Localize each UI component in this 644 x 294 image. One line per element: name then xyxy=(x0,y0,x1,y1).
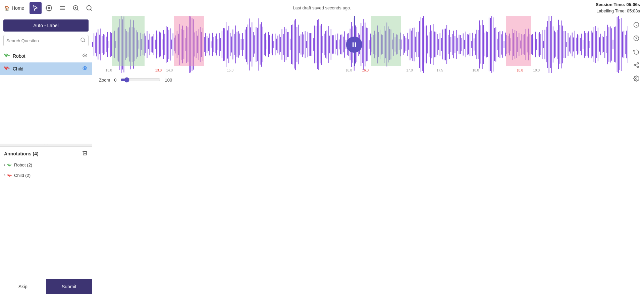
svg-rect-391 xyxy=(606,36,606,53)
chevron-icon-robot: › xyxy=(4,162,5,167)
svg-rect-56 xyxy=(150,34,150,55)
svg-rect-356 xyxy=(558,20,559,69)
annotation-group-robot-row[interactable]: › Robot (2) xyxy=(4,161,88,169)
svg-rect-166 xyxy=(299,36,300,53)
svg-rect-293 xyxy=(472,33,473,56)
svg-rect-194 xyxy=(337,34,338,55)
svg-rect-57 xyxy=(151,37,152,52)
svg-rect-282 xyxy=(458,38,458,51)
svg-rect-387 xyxy=(600,34,601,55)
top-bar: 🏠 Home Last draft saved seconds ago. Ses… xyxy=(0,0,644,16)
waveform-icon-robot xyxy=(4,53,10,59)
svg-rect-396 xyxy=(613,40,613,49)
svg-rect-155 xyxy=(284,27,285,62)
divider-handle[interactable] xyxy=(0,144,92,146)
svg-rect-358 xyxy=(561,20,561,68)
eye-icon-robot[interactable] xyxy=(82,53,88,59)
svg-rect-336 xyxy=(531,35,532,54)
svg-line-424 xyxy=(635,65,637,66)
label-item-robot[interactable]: Robot xyxy=(0,50,92,62)
zoom-in-btn[interactable] xyxy=(70,2,82,14)
submit-btn[interactable]: Submit xyxy=(46,279,92,294)
search-input[interactable] xyxy=(6,38,80,43)
help-btn[interactable] xyxy=(630,32,642,44)
sidebar: Auto - Label Robot xyxy=(0,16,92,294)
svg-rect-298 xyxy=(479,20,480,68)
tick-17-5: 17.5 xyxy=(437,68,443,72)
svg-rect-265 xyxy=(434,32,435,57)
svg-rect-414 xyxy=(353,42,354,47)
svg-rect-199 xyxy=(344,31,345,57)
svg-rect-400 xyxy=(618,16,619,73)
zoom-slider[interactable] xyxy=(120,77,161,83)
svg-rect-292 xyxy=(471,41,472,48)
svg-rect-53 xyxy=(145,36,146,53)
svg-rect-242 xyxy=(403,34,404,55)
svg-rect-310 xyxy=(495,27,496,61)
svg-rect-169 xyxy=(304,35,304,55)
svg-rect-264 xyxy=(433,24,433,65)
delete-annotations-btn[interactable] xyxy=(82,150,88,158)
svg-rect-195 xyxy=(339,40,339,50)
svg-rect-359 xyxy=(562,26,563,63)
svg-rect-107 xyxy=(219,33,220,56)
info-btn[interactable] xyxy=(630,19,642,31)
label-name-child: Child xyxy=(13,66,79,71)
svg-rect-161 xyxy=(292,24,293,64)
svg-rect-268 xyxy=(438,39,439,50)
history-btn[interactable] xyxy=(630,46,642,58)
svg-rect-18 xyxy=(98,30,98,60)
svg-rect-190 xyxy=(332,35,333,54)
menu-tool-btn[interactable] xyxy=(56,2,68,14)
svg-rect-261 xyxy=(429,32,429,57)
skip-btn[interactable]: Skip xyxy=(0,279,46,294)
svg-rect-17 xyxy=(96,33,97,56)
waveform-mini-robot xyxy=(7,163,12,167)
svg-rect-244 xyxy=(406,38,406,51)
auto-label-btn[interactable]: Auto - Label xyxy=(3,19,89,32)
svg-point-421 xyxy=(637,63,639,64)
waveform-container[interactable]: 13.0 13.8 14.0 15.0 16.0 16.3 17.0 17.5 … xyxy=(92,16,644,73)
svg-rect-286 xyxy=(463,33,464,55)
right-panel: 13.0 13.8 14.0 15.0 16.0 16.3 17.0 17.5 … xyxy=(92,16,644,294)
draft-status: Last draft saved seconds ago. xyxy=(293,5,351,10)
svg-rect-197 xyxy=(341,35,342,54)
svg-rect-283 xyxy=(459,35,460,54)
svg-rect-285 xyxy=(462,38,462,51)
svg-rect-143 xyxy=(268,32,269,57)
svg-rect-22 xyxy=(103,34,104,55)
svg-rect-61 xyxy=(156,31,157,58)
search-btn[interactable] xyxy=(83,2,95,14)
svg-rect-139 xyxy=(263,27,263,62)
svg-rect-388 xyxy=(602,36,602,53)
share-btn[interactable] xyxy=(630,59,642,71)
tick-13-0: 13.0 xyxy=(106,68,112,72)
svg-line-425 xyxy=(635,64,637,65)
pause-btn[interactable] xyxy=(346,37,362,53)
label-item-child[interactable]: Child xyxy=(0,62,92,75)
settings-tool-btn[interactable] xyxy=(43,2,55,14)
svg-rect-112 xyxy=(226,22,226,67)
svg-rect-247 xyxy=(410,29,410,60)
svg-rect-255 xyxy=(421,17,421,72)
annotations-panel: Annotations (4) › Robot (2) › Child (2) xyxy=(0,146,92,185)
svg-rect-371 xyxy=(579,35,579,53)
svg-rect-189 xyxy=(331,29,331,60)
eye-icon-child[interactable] xyxy=(82,66,88,72)
svg-rect-62 xyxy=(158,35,158,55)
svg-rect-198 xyxy=(343,37,343,52)
svg-rect-99 xyxy=(208,38,209,51)
cursor-tool-btn[interactable] xyxy=(30,2,42,14)
svg-rect-187 xyxy=(328,26,329,63)
svg-rect-305 xyxy=(489,17,489,71)
svg-rect-403 xyxy=(622,32,623,57)
far-settings-btn[interactable] xyxy=(630,72,642,85)
annotation-group-child-row[interactable]: › Child (2) xyxy=(4,172,88,179)
home-link[interactable]: 🏠 Home xyxy=(4,5,24,11)
zoom-min: 0 xyxy=(114,78,116,83)
svg-rect-72 xyxy=(171,40,172,49)
svg-rect-162 xyxy=(294,20,294,68)
svg-rect-181 xyxy=(320,26,320,63)
svg-rect-362 xyxy=(566,42,567,47)
svg-rect-250 xyxy=(414,28,415,61)
